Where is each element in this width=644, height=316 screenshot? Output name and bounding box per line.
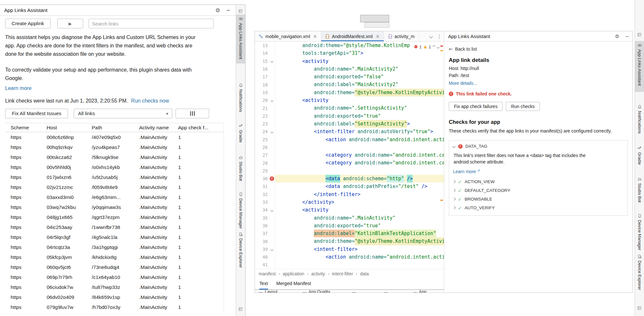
code-line[interactable]: 17android:exported="false" [255,73,444,81]
column-header-app-check-f[interactable]: App check f... [178,123,224,132]
fix-all-manifest-issues-button[interactable]: Fix All Manifest Issues [5,109,68,118]
code-line[interactable]: 30!<data android:scheme="http" /> [255,175,444,183]
table-row[interactable]: https04rtcqtz3a/3a1hgptqgi.MainActivity1 [5,242,224,252]
table-row[interactable]: https03axxd3mi0/e6g63mim....MainActivity… [5,192,224,202]
hidden-tabs-chevron-icon[interactable] [428,31,435,41]
more-details-link[interactable]: More details... [449,81,477,86]
tab-merged-manifest[interactable]: Merged Manifest [276,278,311,290]
check-row-data-tag[interactable]: ! DATA_TAG [453,144,624,149]
chevron-down-icon[interactable] [437,45,439,48]
code-line[interactable]: 22android:exported="true" [255,112,444,120]
editor-tab-activity-m[interactable]: activity_m [384,31,419,41]
learn-more-link[interactable]: Learn more [5,85,32,91]
code-line[interactable]: 38android:theme="@style/Theme.KotlinEmpt… [255,237,444,245]
table-row[interactable]: https05kfcp3jvm/khidckix8g.MainActivity1 [5,252,224,262]
code-line[interactable]: 15<activity [255,57,444,65]
code-line[interactable]: 41 [255,261,444,269]
table-row[interactable]: https00hq9zrkqv/yzu4kpeas7.MainActivity1 [5,142,224,152]
table-row[interactable]: https03wq7w2kbu/y0qqimaw3s.MainActivity1 [5,202,224,212]
column-header-host[interactable]: Host [47,123,92,132]
tool-strip-tab-device-explorer[interactable]: Device Explorer [236,230,245,268]
code-line[interactable]: 16android:name=".MainActivity2" [255,65,444,73]
fold-marker[interactable] [269,131,275,133]
column-header-activity-name[interactable]: Activity name [139,123,178,132]
tool-window-icon[interactable] [238,307,243,312]
table-row[interactable]: https06dv02o409/84k659v1sp.MainActivity1 [5,292,224,302]
tool-strip-tab-gradle[interactable]: Gradle [635,144,644,165]
code-line[interactable]: 28<category android:name="android.intent… [255,159,444,167]
chevron-right-icon[interactable] [453,198,456,201]
breadcrumb-item-application[interactable]: application [283,271,304,276]
status-bar-item-app-quality-insights[interactable]: App Quality Insights [303,291,342,293]
back-to-list-link[interactable]: ← Back to list [449,46,633,52]
table-row[interactable]: https02jv21zzmc/l059v8t4e9.MainActivity1 [5,182,224,192]
table-row[interactable]: https079g9luv7w/h7bd07ox3y.MainActivity1 [5,302,224,312]
editor-tab-mobile-navigation-xml[interactable]: mobile_navigation.xml× [255,31,321,41]
gear-icon[interactable]: ⚙ [215,7,220,14]
fold-marker[interactable] [269,248,275,251]
run-checks-now-link[interactable]: Run checks now [131,98,169,104]
code-line[interactable]: 33</activity> [255,198,444,206]
breadcrumb-item-intent-filter[interactable]: intent-filter [332,271,353,276]
table-row[interactable]: https00v5hhld0j/o0xhs14ykb.MainActivity1 [5,162,224,172]
status-bar-item-services[interactable]: Services [352,291,374,293]
chevron-right-icon[interactable] [453,189,456,192]
run-checks-button[interactable]: Run checks [506,102,540,111]
tool-strip-tab-app-links-assistant[interactable]: App Links Assistant [635,41,644,92]
code-line[interactable]: 18android:label="MainActivity2" [255,81,444,88]
status-bar-item-app-inspection[interactable]: App Inspection [413,291,444,293]
tool-window-icon[interactable] [637,306,641,311]
table-row[interactable]: https069p7r79rh/c1x64yab10.MainActivity1 [5,272,224,282]
code-line[interactable]: 40<action android:name="android.intent.a… [255,253,444,261]
create-applink-button[interactable]: Create Applink [5,19,51,28]
fold-marker[interactable] [269,99,275,102]
code-line[interactable]: 23android:label="SettingsActivity"> [255,120,444,128]
inspections-widget[interactable]: 1 1 [413,43,441,50]
table-row[interactable]: https04ic253aay/1wwnfbr738.MainActivity1 [5,222,224,232]
table-row[interactable]: https008c6z68np/407e09q5x0.MainActivity1 [5,132,224,142]
column-settings-button[interactable] [176,109,209,118]
search-links-input[interactable] [89,19,214,28]
tool-strip-tab-notifications[interactable]: Notifications [236,81,245,112]
tab-text[interactable]: Text [259,278,268,290]
tool-strip-tab-studio-bot[interactable]: Studio Bot [236,153,245,181]
column-header-path[interactable]: Path [92,123,139,132]
tool-strip-tab-device-manager[interactable]: Device Manager [236,190,245,229]
code-line[interactable]: 27<category android:name="android.intent… [255,151,444,159]
code-line[interactable]: 19android:theme="@style/Theme.KotlinEmpt… [255,89,444,96]
run-link-checks-button[interactable]: ▶ [57,19,83,28]
status-bar-item-profiler[interactable]: Profiler [384,291,403,293]
code-line[interactable]: 26 [255,143,444,151]
tool-window-icon[interactable] [637,32,641,38]
tool-strip-tab-device-explorer[interactable]: Device Explorer [635,252,644,290]
gear-icon[interactable]: ⚙ [615,34,619,39]
chevron-down-icon[interactable] [453,145,456,148]
chevron-right-icon[interactable] [453,180,456,183]
code-line[interactable]: 14tools:targetApi="31"> [255,49,444,57]
code-line[interactable]: 31<data android:pathPrefix="/test" /> [255,183,444,190]
code-line[interactable]: 39<intent-filter> [255,245,444,253]
breadcrumb-item-manifest[interactable]: manifest [259,271,276,276]
tool-window-icon[interactable] [238,9,243,15]
check-learn-more-link[interactable]: Learn more [453,169,476,174]
status-bar-item-layout-inspector[interactable]: Layout Inspector [259,291,293,293]
check-row-browsable[interactable]: ✓BROWSABLE [453,195,624,203]
code-line[interactable]: 34<activity [255,206,444,214]
fix-app-check-failures-button[interactable]: Fix app check failures [449,102,503,111]
links-filter-dropdown[interactable]: All links ▾ [74,109,172,118]
editor-tab-androidmanifest-xml[interactable]: AndroidManifest.xml× [321,31,384,41]
fold-marker[interactable] [269,209,275,211]
table-row[interactable]: https04r5lqn3gf/4g5nalc1la.MainActivity1 [5,232,224,242]
tool-strip-tab-device-manager[interactable]: Device Manager [635,212,644,251]
tool-strip-tab-app-links-assistant[interactable]: App Links Assistant [236,15,245,64]
code-line[interactable]: 24<intent-filter android:autoVerify="tru… [255,128,444,135]
code-line[interactable]: 21android:name=".SettingsActivity" [255,104,444,112]
table-row[interactable]: https00tskcza62/5lknugk9se.MainActivity1 [5,152,224,162]
warning-stripe-mark[interactable] [440,200,443,201]
code-line[interactable]: 32</intent-filter> [255,191,444,198]
minimize-icon[interactable]: − [226,7,230,13]
code-line[interactable]: 25<action android:name="android.intent.a… [255,136,444,143]
check-row-default-category[interactable]: ✓DEFAULT_CATEGORY [453,186,624,195]
table-row[interactable]: https060qv5jct6/73ne8udqj4.MainActivity1 [5,262,224,272]
breadcrumb-item-data[interactable]: data [360,271,369,276]
